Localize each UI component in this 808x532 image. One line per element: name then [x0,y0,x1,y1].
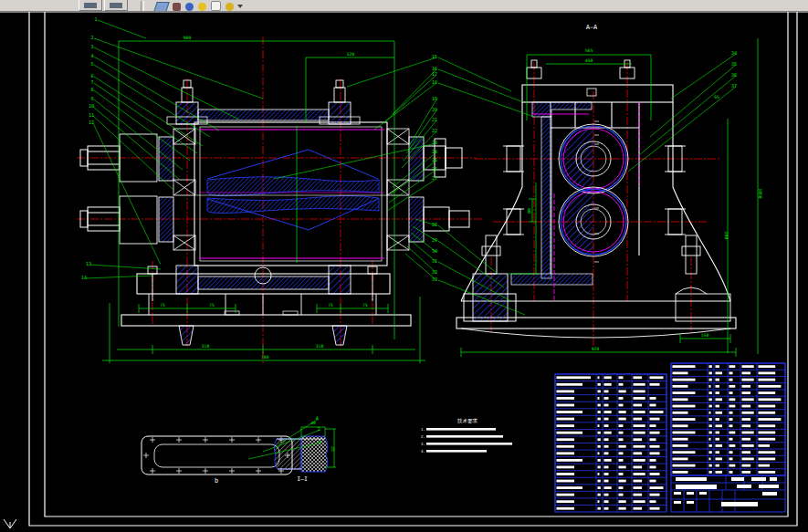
svg-text:27: 27 [432,175,437,181]
svg-text:12: 12 [89,120,94,125]
detail-plate-label: b [215,477,218,485]
svg-text:3: 3 [318,439,320,444]
svg-text:4: 4 [90,53,93,58]
svg-text:450: 450 [585,58,593,63]
svg-text:26: 26 [432,166,437,172]
svg-text:34: 34 [731,50,737,56]
svg-text:2: 2 [90,35,93,40]
svg-text:32: 32 [432,269,437,275]
svg-text:30: 30 [432,248,437,254]
svg-text:36: 36 [731,72,737,78]
svg-text:3.: 3. [421,442,425,446]
svg-text:9: 9 [90,96,93,101]
svg-text:25: 25 [331,446,335,452]
svg-text:75: 75 [160,303,165,308]
svg-text:15: 15 [432,54,437,59]
svg-text:13: 13 [86,261,91,266]
svg-text:31: 31 [432,258,437,264]
svg-text:22: 22 [432,128,437,133]
section-label: A—A [586,24,598,31]
svg-text:75: 75 [209,303,215,308]
svg-text:310: 310 [202,344,210,349]
detail-section-label: I—I [297,475,308,483]
cad-application-window: A—A b I—I 123456789101112131415161718192… [0,0,808,532]
svg-text:23: 23 [432,140,437,145]
svg-text:310: 310 [316,344,324,349]
svg-text:技术要求: 技术要求 [457,418,478,424]
svg-text:28: 28 [432,222,437,227]
svg-text:24: 24 [432,149,437,154]
svg-text:6: 6 [90,73,93,78]
svg-text:4: 4 [315,415,318,421]
svg-text:2: 2 [317,426,320,432]
svg-text:37: 37 [731,83,737,89]
drawing-canvas[interactable]: A—A b I—I 123456789101112131415161718192… [0,0,808,532]
svg-text:75: 75 [328,303,333,308]
svg-text:25: 25 [432,157,437,162]
svg-text:14: 14 [81,275,87,280]
svg-text:65: 65 [714,95,719,99]
svg-text:5: 5 [90,61,93,67]
svg-text:75: 75 [362,303,368,308]
svg-text:1: 1 [94,16,97,22]
svg-text:19: 19 [432,96,437,101]
svg-text:900: 900 [184,36,192,40]
svg-text:2.: 2. [421,434,425,439]
svg-text:520: 520 [347,52,355,57]
svg-text:3: 3 [90,44,93,49]
svg-text:17: 17 [432,71,437,77]
svg-text:33: 33 [432,276,437,282]
svg-text:11: 11 [89,112,94,118]
svg-text:1050: 1050 [758,188,762,198]
svg-text:565: 565 [585,48,593,53]
svg-text:60: 60 [527,208,531,214]
svg-text:20: 20 [432,107,437,112]
svg-text:150: 150 [701,333,709,338]
svg-text:920: 920 [592,347,600,351]
svg-text:35: 35 [731,61,737,67]
svg-text:21: 21 [432,117,437,122]
svg-text:1.: 1. [421,427,425,432]
svg-text:290: 290 [724,232,729,240]
svg-text:8: 8 [90,87,93,92]
svg-text:780: 780 [261,355,269,360]
svg-text:40: 40 [310,421,316,425]
svg-text:18: 18 [432,79,437,85]
svg-text:29: 29 [432,237,437,243]
svg-text:7: 7 [90,79,93,85]
svg-text:10: 10 [89,103,94,109]
svg-text:4.: 4. [421,449,425,454]
